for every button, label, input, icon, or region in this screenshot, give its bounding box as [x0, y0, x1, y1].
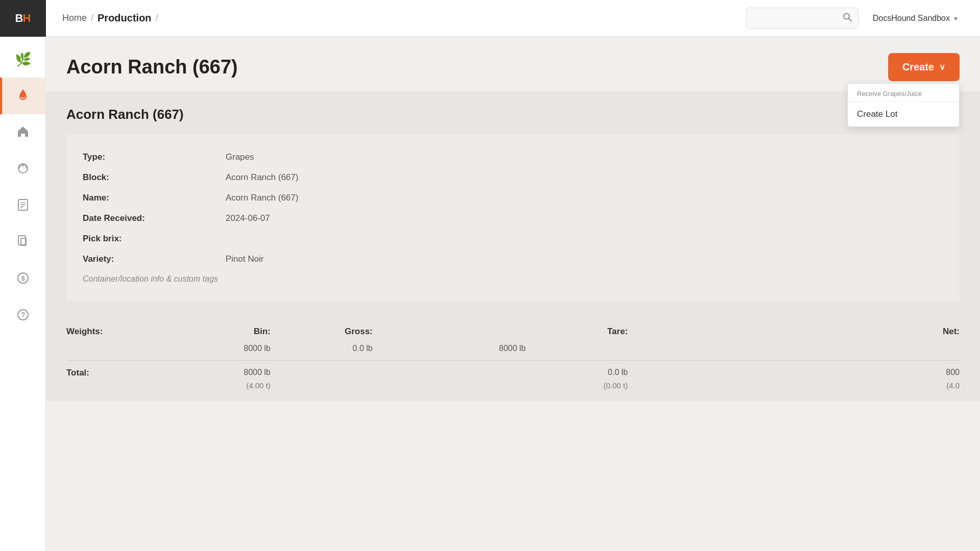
- field-label-date: Date Received:: [83, 208, 226, 229]
- field-label-type: Type:: [83, 147, 226, 167]
- breadcrumb-production[interactable]: Production: [97, 12, 152, 24]
- weights-label: Weights:: [66, 327, 168, 337]
- sidebar-item-tasks[interactable]: [0, 188, 46, 224]
- breadcrumb: Home / Production /: [62, 12, 738, 24]
- sidebar-item-inventory[interactable]: [0, 151, 46, 188]
- weights-total-gross-wrapper: [271, 365, 373, 391]
- field-value-pick-brix: [226, 229, 943, 249]
- page-title: Acorn Ranch (667): [66, 56, 238, 78]
- field-label-pick-brix: Pick brix:: [83, 229, 226, 249]
- weights-total-bin: 8000 lb: [168, 365, 271, 380]
- record-card: Type: Grapes Block: Acorn Ranch (667) Na…: [66, 135, 960, 301]
- weights-total-label: Total:: [66, 365, 168, 391]
- create-button[interactable]: Create ∨: [888, 53, 960, 81]
- weights-data-row: 8000 lb 0.0 lb 8000 lb: [66, 341, 960, 356]
- workspace-dropdown[interactable]: DocsHound Sandbox ▾: [867, 10, 964, 27]
- weights-row-tare: 8000 lb: [373, 341, 526, 356]
- reports-icon: [16, 234, 30, 252]
- sidebar-item-production[interactable]: [0, 78, 46, 114]
- container-info: Container/location info & custom tags: [83, 269, 943, 289]
- weights-col-bin: Bin:: [168, 327, 271, 337]
- search-box: [746, 8, 859, 29]
- svg-rect-5: [18, 236, 26, 245]
- workspace-name: DocsHound Sandbox: [873, 14, 950, 23]
- topbar-right: DocsHound Sandbox ▾: [746, 8, 964, 29]
- money-icon: $: [16, 271, 30, 289]
- help-icon: ?: [16, 308, 30, 325]
- record-fields: Type: Grapes Block: Acorn Ranch (667) Na…: [83, 147, 943, 289]
- weights-total-gross: [271, 365, 373, 371]
- sidebar-item-financials[interactable]: $: [0, 261, 46, 298]
- weights-total-bin-wrapper: 8000 lb (4.00 t): [168, 365, 271, 391]
- svg-line-12: [849, 18, 851, 21]
- sidebar-item-reports[interactable]: [0, 224, 46, 261]
- field-value-variety: Pinot Noir: [226, 249, 943, 269]
- weights-total-net-sub: (4.0: [628, 380, 960, 391]
- field-label-block: Block:: [83, 167, 226, 188]
- create-button-label: Create: [902, 61, 934, 73]
- field-value-type: Grapes: [226, 147, 943, 167]
- sidebar: BH 🌿: [0, 0, 46, 551]
- weights-row-net: [526, 345, 628, 352]
- search-input[interactable]: [746, 8, 859, 29]
- create-button-arrow-icon: ∨: [939, 62, 945, 72]
- create-dropdown-menu: Receive Grapes/Juice Create Lot: [847, 83, 960, 127]
- dropdown-section-label: Receive Grapes/Juice: [848, 84, 959, 102]
- weights-total-tare-wrapper: 0.0 lb (0.00 t): [526, 365, 628, 391]
- leaf-icon: 🌿: [15, 52, 31, 67]
- weights-total-spacer: [373, 365, 526, 391]
- weights-row-net2: [628, 345, 960, 352]
- record-title: Acorn Ranch (667): [66, 107, 960, 122]
- sidebar-item-cellar[interactable]: [0, 114, 46, 151]
- create-btn-wrapper: Create ∨ Receive Grapes/Juice Create Lot: [888, 53, 960, 81]
- sidebar-item-help[interactable]: ?: [0, 298, 46, 335]
- weights-row-bin: 8000 lb: [168, 341, 271, 356]
- create-lot-menu-item[interactable]: Create Lot: [848, 102, 959, 127]
- weights-col-net: Net:: [628, 327, 960, 337]
- weights-col-tare: Tare:: [526, 327, 628, 337]
- field-value-block: Acorn Ranch (667): [226, 167, 943, 188]
- workspace-dropdown-arrow: ▾: [954, 14, 958, 22]
- weights-total-bin-sub: (4.00 t): [168, 380, 271, 391]
- weights-row-empty: [66, 345, 168, 352]
- sidebar-nav: 🌿: [0, 37, 45, 335]
- topbar: Home / Production / DocsHound Sandbox ▾: [46, 0, 980, 37]
- field-value-name: Acorn Ranch (667): [226, 188, 943, 208]
- svg-text:$: $: [21, 274, 25, 282]
- weights-total-tare: 0.0 lb: [526, 365, 628, 380]
- house-icon: [16, 124, 30, 142]
- field-value-date: 2024-06-07: [226, 208, 943, 229]
- droplet-icon: [16, 87, 30, 105]
- logo-text: BH: [15, 12, 31, 25]
- page-header: Acorn Ranch (667) Create ∨ Receive Grape…: [46, 37, 980, 91]
- search-icon: [842, 12, 852, 24]
- svg-text:?: ?: [20, 311, 25, 319]
- weights-row-gross: 0.0 lb: [271, 341, 373, 356]
- weights-header: Weights: Bin: Gross: Tare: Net:: [66, 327, 960, 337]
- weights-section: Weights: Bin: Gross: Tare: Net: 8000 lb …: [46, 316, 980, 401]
- tasks-icon: [16, 197, 30, 215]
- breadcrumb-sep2: /: [156, 13, 158, 23]
- record-section: Acorn Ranch (667) Type: Grapes Block: Ac…: [46, 91, 980, 316]
- weights-total-row: Total: 8000 lb (4.00 t) 0.0 lb (0.00 t) …: [66, 360, 960, 391]
- weights-total-net: 800: [628, 365, 960, 380]
- basket-icon: [16, 161, 30, 179]
- app-logo: BH: [0, 0, 46, 37]
- weights-total-tare-sub: (0.00 t): [526, 380, 628, 391]
- weights-col-gross: Gross:: [271, 327, 373, 337]
- breadcrumb-sep1: /: [91, 13, 93, 23]
- breadcrumb-home[interactable]: Home: [62, 13, 87, 23]
- field-label-name: Name:: [83, 188, 226, 208]
- weights-total-net-wrapper: 800 (4.0: [628, 365, 960, 391]
- sidebar-item-leaf[interactable]: 🌿: [0, 41, 46, 78]
- field-label-variety: Variety:: [83, 249, 226, 269]
- main-wrapper: Home / Production / DocsHound Sandbox ▾: [46, 0, 980, 551]
- content-area: Acorn Ranch (667) Create ∨ Receive Grape…: [46, 37, 980, 551]
